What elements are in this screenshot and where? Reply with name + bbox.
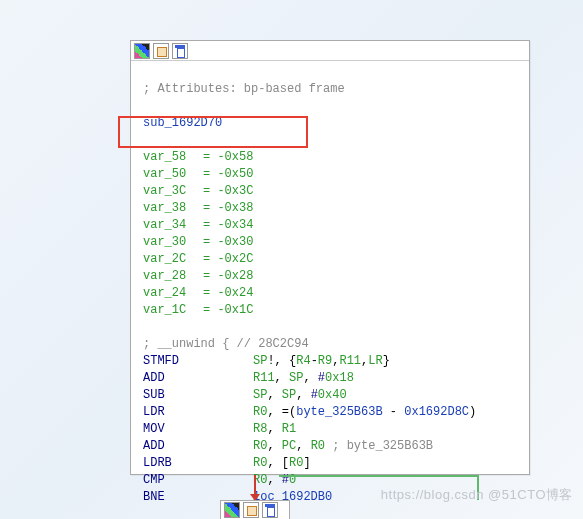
var-decl: var_24= -0x24 — [143, 285, 517, 302]
flow-group-icon[interactable] — [172, 43, 188, 59]
instruction-row[interactable]: MOVR8, R1 — [143, 421, 517, 438]
edit-comment-icon[interactable] — [243, 502, 259, 518]
edit-comment-icon[interactable] — [153, 43, 169, 59]
graph-node-header — [131, 41, 529, 61]
var-decl: var_58= -0x58 — [143, 149, 517, 166]
attributes-comment: ; Attributes: bp-based frame — [143, 81, 517, 98]
var-decl: var_28= -0x28 — [143, 268, 517, 285]
var-decl: var_3C= -0x3C — [143, 183, 517, 200]
var-decl: var_2C= -0x2C — [143, 251, 517, 268]
instruction-row[interactable]: ADDR11, SP, #0x18 — [143, 370, 517, 387]
var-decl: var_1C= -0x1C — [143, 302, 517, 319]
var-decl: var_30= -0x30 — [143, 234, 517, 251]
var-decl: var_50= -0x50 — [143, 166, 517, 183]
graph-node-body[interactable]: ; Attributes: bp-based frame sub_1692D70… — [131, 61, 529, 516]
subroutine-name[interactable]: sub_1692D70 — [143, 115, 517, 132]
var-decl: var_34= -0x34 — [143, 217, 517, 234]
instruction-row[interactable]: SUBSP, SP, #0x40 — [143, 387, 517, 404]
watermark-text: https://blog.csdn @51CTO博客 — [381, 486, 573, 504]
instruction-row[interactable]: STMFDSP!, {R4-R9,R11,LR} — [143, 353, 517, 370]
instruction-row[interactable]: ADDR0, PC, R0 ; byte_325B63B — [143, 438, 517, 455]
color-palette-icon[interactable] — [134, 43, 150, 59]
unwind-comment: ; __unwind { // 28C2C94 — [143, 336, 517, 353]
color-palette-icon[interactable] — [224, 502, 240, 518]
instruction-row[interactable]: LDRR0, =(byte_325B63B - 0x1692D8C) — [143, 404, 517, 421]
edge-false-branch — [254, 475, 256, 500]
instruction-row[interactable]: LDRBR0, [R0] — [143, 455, 517, 472]
flow-group-icon[interactable] — [262, 502, 278, 518]
ida-graph-node[interactable]: ; Attributes: bp-based frame sub_1692D70… — [130, 40, 530, 475]
vars-list: var_58= -0x58var_50= -0x50var_3C= -0x3Cv… — [143, 149, 517, 319]
next-graph-node-header[interactable] — [220, 500, 290, 519]
var-decl: var_38= -0x38 — [143, 200, 517, 217]
